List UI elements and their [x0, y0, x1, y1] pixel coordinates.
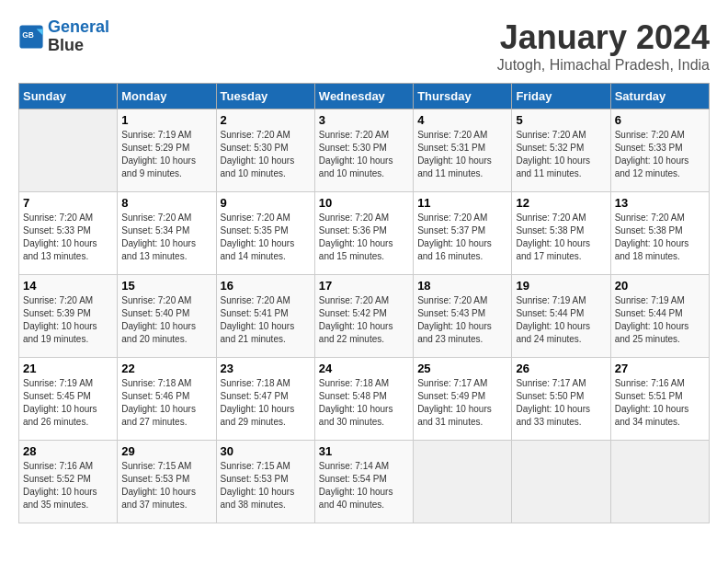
calendar-cell: 31Sunrise: 7:14 AM Sunset: 5:54 PM Dayli… [314, 441, 413, 523]
calendar-table: SundayMondayTuesdayWednesdayThursdayFrid… [18, 83, 710, 523]
day-number: 19 [516, 279, 606, 293]
day-number: 13 [615, 196, 705, 210]
calendar-body: 1Sunrise: 7:19 AM Sunset: 5:29 PM Daylig… [19, 109, 710, 523]
calendar-week-1: 1Sunrise: 7:19 AM Sunset: 5:29 PM Daylig… [19, 109, 710, 192]
day-info: Sunrise: 7:14 AM Sunset: 5:54 PM Dayligh… [319, 460, 409, 511]
day-info: Sunrise: 7:15 AM Sunset: 5:53 PM Dayligh… [121, 460, 211, 511]
day-number: 15 [121, 279, 211, 293]
day-number: 30 [221, 444, 311, 458]
day-number: 6 [615, 113, 705, 127]
calendar-cell: 14Sunrise: 7:20 AM Sunset: 5:39 PM Dayli… [19, 275, 118, 358]
day-info: Sunrise: 7:18 AM Sunset: 5:46 PM Dayligh… [121, 377, 211, 429]
calendar-cell: 24Sunrise: 7:18 AM Sunset: 5:48 PM Dayli… [314, 358, 413, 441]
weekday-header-wednesday: Wednesday [314, 84, 413, 109]
calendar-subtitle: Jutogh, Himachal Pradesh, India [497, 57, 710, 74]
logo-text: General Blue [48, 18, 109, 55]
day-info: Sunrise: 7:20 AM Sunset: 5:38 PM Dayligh… [615, 212, 705, 263]
weekday-header-sunday: Sunday [19, 84, 118, 109]
calendar-cell [512, 441, 610, 523]
day-info: Sunrise: 7:20 AM Sunset: 5:30 PM Dayligh… [319, 129, 409, 180]
day-number: 14 [23, 279, 113, 293]
page-header: GB General Blue January 2024 Jutogh, Him… [18, 18, 710, 74]
day-number: 4 [417, 113, 507, 127]
day-number: 17 [319, 279, 409, 293]
logo-line2: Blue [48, 37, 109, 55]
calendar-cell: 30Sunrise: 7:15 AM Sunset: 5:53 PM Dayli… [216, 441, 314, 523]
day-info: Sunrise: 7:19 AM Sunset: 5:44 PM Dayligh… [615, 294, 705, 346]
calendar-cell [19, 109, 118, 192]
day-number: 2 [221, 113, 311, 127]
day-info: Sunrise: 7:17 AM Sunset: 5:49 PM Dayligh… [417, 377, 507, 429]
weekday-header-tuesday: Tuesday [216, 84, 314, 109]
day-number: 12 [516, 196, 606, 210]
calendar-week-5: 28Sunrise: 7:16 AM Sunset: 5:52 PM Dayli… [19, 441, 710, 523]
day-number: 26 [516, 362, 606, 375]
day-number: 5 [516, 113, 606, 127]
weekday-header-friday: Friday [512, 84, 610, 109]
calendar-cell: 7Sunrise: 7:20 AM Sunset: 5:33 PM Daylig… [19, 192, 118, 275]
calendar-cell: 12Sunrise: 7:20 AM Sunset: 5:38 PM Dayli… [512, 192, 610, 275]
day-info: Sunrise: 7:18 AM Sunset: 5:47 PM Dayligh… [221, 377, 311, 429]
day-info: Sunrise: 7:20 AM Sunset: 5:34 PM Dayligh… [121, 212, 211, 263]
title-block: January 2024 Jutogh, Himachal Pradesh, I… [497, 18, 710, 74]
calendar-cell: 28Sunrise: 7:16 AM Sunset: 5:52 PM Dayli… [19, 441, 118, 523]
day-info: Sunrise: 7:20 AM Sunset: 5:35 PM Dayligh… [221, 212, 311, 263]
calendar-cell: 6Sunrise: 7:20 AM Sunset: 5:33 PM Daylig… [610, 109, 709, 192]
calendar-cell: 27Sunrise: 7:16 AM Sunset: 5:51 PM Dayli… [610, 358, 709, 441]
calendar-cell: 20Sunrise: 7:19 AM Sunset: 5:44 PM Dayli… [610, 275, 709, 358]
calendar-week-4: 21Sunrise: 7:19 AM Sunset: 5:45 PM Dayli… [19, 358, 710, 441]
day-number: 28 [23, 444, 113, 458]
calendar-cell: 19Sunrise: 7:19 AM Sunset: 5:44 PM Dayli… [512, 275, 610, 358]
calendar-cell: 2Sunrise: 7:20 AM Sunset: 5:30 PM Daylig… [216, 109, 314, 192]
calendar-week-2: 7Sunrise: 7:20 AM Sunset: 5:33 PM Daylig… [19, 192, 710, 275]
day-info: Sunrise: 7:20 AM Sunset: 5:38 PM Dayligh… [516, 212, 606, 263]
calendar-cell: 13Sunrise: 7:20 AM Sunset: 5:38 PM Dayli… [610, 192, 709, 275]
calendar-cell: 26Sunrise: 7:17 AM Sunset: 5:50 PM Dayli… [512, 358, 610, 441]
calendar-cell: 9Sunrise: 7:20 AM Sunset: 5:35 PM Daylig… [216, 192, 314, 275]
day-number: 1 [121, 113, 211, 127]
day-number: 23 [221, 362, 311, 375]
day-info: Sunrise: 7:16 AM Sunset: 5:52 PM Dayligh… [23, 460, 113, 511]
day-number: 7 [23, 196, 113, 210]
calendar-cell: 25Sunrise: 7:17 AM Sunset: 5:49 PM Dayli… [414, 358, 512, 441]
calendar-cell [610, 441, 709, 523]
day-info: Sunrise: 7:20 AM Sunset: 5:41 PM Dayligh… [221, 294, 311, 346]
calendar-header: SundayMondayTuesdayWednesdayThursdayFrid… [19, 84, 710, 109]
calendar-cell: 23Sunrise: 7:18 AM Sunset: 5:47 PM Dayli… [216, 358, 314, 441]
weekday-header-saturday: Saturday [610, 84, 709, 109]
day-number: 22 [121, 362, 211, 375]
day-number: 8 [121, 196, 211, 210]
day-number: 29 [121, 444, 211, 458]
day-info: Sunrise: 7:20 AM Sunset: 5:30 PM Dayligh… [221, 129, 311, 180]
calendar-cell: 17Sunrise: 7:20 AM Sunset: 5:42 PM Dayli… [314, 275, 413, 358]
day-info: Sunrise: 7:20 AM Sunset: 5:32 PM Dayligh… [516, 129, 606, 180]
day-info: Sunrise: 7:20 AM Sunset: 5:40 PM Dayligh… [121, 294, 211, 346]
day-info: Sunrise: 7:20 AM Sunset: 5:31 PM Dayligh… [417, 129, 507, 180]
logo: GB General Blue [18, 18, 109, 55]
day-info: Sunrise: 7:18 AM Sunset: 5:48 PM Dayligh… [319, 377, 409, 429]
calendar-cell: 21Sunrise: 7:19 AM Sunset: 5:45 PM Dayli… [19, 358, 118, 441]
day-number: 3 [319, 113, 409, 127]
calendar-cell: 15Sunrise: 7:20 AM Sunset: 5:40 PM Dayli… [118, 275, 216, 358]
day-number: 16 [221, 279, 311, 293]
day-info: Sunrise: 7:17 AM Sunset: 5:50 PM Dayligh… [516, 377, 606, 429]
day-info: Sunrise: 7:20 AM Sunset: 5:43 PM Dayligh… [417, 294, 507, 346]
day-info: Sunrise: 7:19 AM Sunset: 5:44 PM Dayligh… [516, 294, 606, 346]
day-number: 18 [417, 279, 507, 293]
logo-icon: GB [18, 24, 44, 50]
calendar-cell [414, 441, 512, 523]
day-number: 27 [615, 362, 705, 375]
day-info: Sunrise: 7:16 AM Sunset: 5:51 PM Dayligh… [615, 377, 705, 429]
calendar-cell: 16Sunrise: 7:20 AM Sunset: 5:41 PM Dayli… [216, 275, 314, 358]
calendar-cell: 8Sunrise: 7:20 AM Sunset: 5:34 PM Daylig… [118, 192, 216, 275]
calendar-cell: 1Sunrise: 7:19 AM Sunset: 5:29 PM Daylig… [118, 109, 216, 192]
day-info: Sunrise: 7:20 AM Sunset: 5:36 PM Dayligh… [319, 212, 409, 263]
day-number: 21 [23, 362, 113, 375]
calendar-cell: 18Sunrise: 7:20 AM Sunset: 5:43 PM Dayli… [414, 275, 512, 358]
day-number: 11 [417, 196, 507, 210]
day-info: Sunrise: 7:20 AM Sunset: 5:42 PM Dayligh… [319, 294, 409, 346]
weekday-header-monday: Monday [118, 84, 216, 109]
day-info: Sunrise: 7:20 AM Sunset: 5:37 PM Dayligh… [417, 212, 507, 263]
logo-line1: General [48, 17, 109, 36]
calendar-cell: 22Sunrise: 7:18 AM Sunset: 5:46 PM Dayli… [118, 358, 216, 441]
